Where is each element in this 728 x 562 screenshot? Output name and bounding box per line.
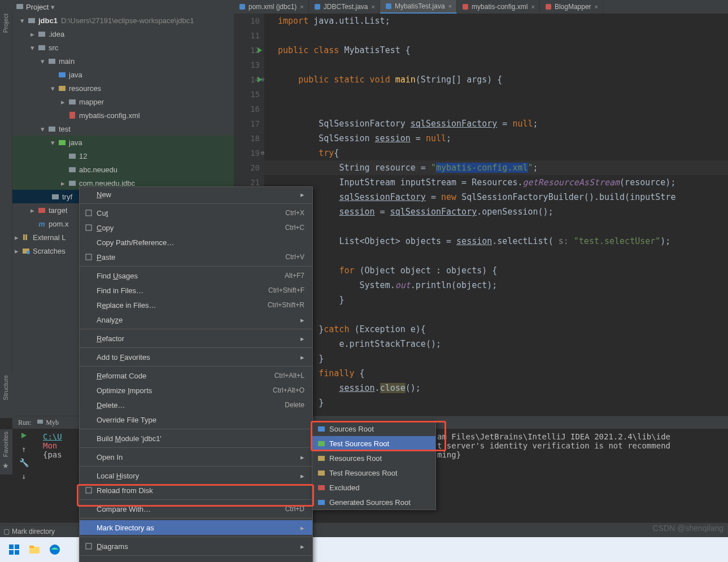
line-number[interactable]: 19: [234, 146, 264, 160]
tree-pkg12[interactable]: 12: [12, 149, 234, 163]
line-number[interactable]: 18: [234, 131, 264, 146]
code-line[interactable]: System.out.println(object);: [264, 278, 728, 293]
edge-icon[interactable]: [47, 542, 62, 557]
line-number[interactable]: 16: [234, 102, 264, 116]
code-line[interactable]: ⊖ try{: [264, 146, 728, 160]
mark-directory-submenu[interactable]: Sources RootTest Sources RootResources R…: [312, 421, 436, 510]
start-button[interactable]: [7, 542, 21, 557]
menu-item[interactable]: Compare With…Ctrl+D: [80, 502, 312, 516]
context-menu[interactable]: New▸CutCtrl+XCopyCtrl+CCopy Path/Referen…: [79, 186, 313, 562]
code-line[interactable]: }catch (Exception e){: [264, 322, 728, 337]
code-line[interactable]: SqlSession session = null;: [264, 131, 728, 146]
close-icon[interactable]: ×: [595, 3, 598, 10]
code-line[interactable]: for (Object object : objects) {: [264, 263, 728, 278]
code-line[interactable]: [264, 87, 728, 102]
close-icon[interactable]: ×: [531, 3, 534, 10]
menu-item[interactable]: Mark Directory as▸: [80, 520, 312, 535]
editor-tab[interactable]: mybatis-config.xml×: [457, 0, 540, 14]
line-number[interactable]: 20: [234, 160, 264, 175]
code-line[interactable]: sqlSessionFactory = new SqlSessionFactor…: [264, 190, 728, 204]
menu-item[interactable]: Add to Favorites▸: [80, 350, 312, 364]
run-config-name[interactable]: Myb: [46, 419, 59, 427]
code-line[interactable]: e.printStackTrace();: [264, 337, 728, 351]
editor-tab[interactable]: BlogMapper×: [540, 0, 603, 14]
code-line[interactable]: SqlSessionFactory sqlSessionFactory = nu…: [264, 116, 728, 131]
menu-item[interactable]: PasteCtrl+V: [80, 250, 312, 264]
menu-item[interactable]: Refactor▸: [80, 331, 312, 346]
code-line[interactable]: finally {: [264, 366, 728, 381]
menu-item[interactable]: Optimize ImportsCtrl+Alt+O: [80, 383, 312, 398]
close-icon[interactable]: ×: [448, 3, 452, 10]
code-line[interactable]: }: [264, 395, 728, 410]
rerun-button[interactable]: [12, 429, 35, 442]
tree-mapper[interactable]: ▸mapper: [12, 95, 234, 108]
code-line[interactable]: List<Object> objects = session.selectLis…: [264, 234, 728, 249]
code-line[interactable]: session.close();: [264, 381, 728, 395]
menu-item[interactable]: Override File Type: [80, 412, 312, 427]
menu-item[interactable]: Convert Java File to Kotlin FileCtrl+Alt…: [80, 557, 312, 562]
tab-favorites[interactable]: Favorites: [0, 429, 11, 459]
menu-item[interactable]: CutCtrl+X: [80, 206, 312, 220]
code-line[interactable]: [264, 58, 728, 72]
tree-resources[interactable]: ▾resources: [12, 81, 234, 95]
editor-code[interactable]: import java.util.List;public class Mybat…: [264, 14, 728, 410]
project-label[interactable]: Project: [26, 3, 49, 11]
code-line[interactable]: ⊖ public static void main(String[] args)…: [264, 72, 728, 87]
tree-idea[interactable]: ▸.idea: [12, 27, 234, 41]
menu-item[interactable]: Copy Path/Reference…: [80, 235, 312, 250]
code-line[interactable]: InputStream inputStream = Resources.getR…: [264, 175, 728, 190]
submenu-item[interactable]: Test Resources Root: [312, 465, 435, 480]
code-line[interactable]: }: [264, 351, 728, 366]
submenu-item[interactable]: Test Sources Root: [312, 436, 435, 451]
menu-item[interactable]: Find in Files…Ctrl+Shift+F: [80, 283, 312, 298]
menu-item[interactable]: Reload from Disk: [80, 483, 312, 498]
menu-item[interactable]: Find UsagesAlt+F7: [80, 268, 312, 283]
line-number[interactable]: 14: [234, 72, 264, 87]
tree-main[interactable]: ▾main: [12, 54, 234, 68]
code-line[interactable]: }: [264, 293, 728, 307]
menu-item[interactable]: Open In▸: [80, 450, 312, 464]
editor-tab[interactable]: JDBCTest.java×: [309, 0, 380, 14]
code-line[interactable]: import java.util.List;: [264, 14, 728, 28]
chevron-down-icon[interactable]: ▾: [51, 3, 55, 11]
line-number[interactable]: 13: [234, 58, 264, 72]
editor-tab[interactable]: pom.xml (jdbc1)×: [234, 0, 309, 14]
tree-root[interactable]: ▾ jdbc1 D:\Users\27191\eclipse-workspace…: [12, 14, 234, 27]
code-line[interactable]: public class MybatisTest {: [264, 43, 728, 58]
submenu-item[interactable]: Sources Root: [312, 421, 435, 436]
line-number[interactable]: 12: [234, 43, 264, 58]
tab-structure[interactable]: Structure: [0, 373, 11, 403]
code-line[interactable]: [264, 28, 728, 43]
code-line[interactable]: [264, 102, 728, 116]
menu-item[interactable]: New▸: [80, 187, 312, 202]
up-button[interactable]: ↑: [12, 442, 35, 456]
code-line[interactable]: [264, 219, 728, 234]
submenu-item[interactable]: Generated Sources Root: [312, 495, 435, 509]
line-number[interactable]: 15: [234, 87, 264, 102]
explorer-icon[interactable]: [27, 542, 42, 557]
menu-item[interactable]: CopyCtrl+C: [80, 220, 312, 235]
line-number[interactable]: 11: [234, 28, 264, 43]
tree-mybatis-config[interactable]: mybatis-config.xml: [12, 108, 234, 122]
line-number[interactable]: 17: [234, 116, 264, 131]
down-button[interactable]: ↓: [12, 469, 35, 483]
menu-item[interactable]: Build Module 'jdbc1': [80, 431, 312, 446]
menu-item[interactable]: Analyze▸: [80, 312, 312, 327]
submenu-item[interactable]: Excluded: [312, 480, 435, 495]
line-number[interactable]: 10: [234, 14, 264, 28]
menu-item[interactable]: Delete…Delete: [80, 398, 312, 412]
code-line[interactable]: [264, 307, 728, 322]
menu-item[interactable]: Reformat CodeCtrl+Alt+L: [80, 368, 312, 383]
code-line[interactable]: [264, 249, 728, 263]
tree-test-java[interactable]: ▾java: [12, 136, 234, 149]
menu-item[interactable]: Diagrams▸: [80, 539, 312, 554]
close-icon[interactable]: ×: [300, 3, 303, 10]
close-icon[interactable]: ×: [372, 3, 375, 10]
tree-pkg-abc[interactable]: abc.neuedu: [12, 163, 234, 176]
menu-item[interactable]: Local History▸: [80, 468, 312, 483]
menu-item[interactable]: Replace in Files…Ctrl+Shift+R: [80, 298, 312, 312]
tree-src[interactable]: ▾src: [12, 41, 234, 54]
tree-main-java[interactable]: java: [12, 68, 234, 81]
tree-test[interactable]: ▾test: [12, 122, 234, 136]
tab-project[interactable]: Project: [2, 14, 9, 35]
